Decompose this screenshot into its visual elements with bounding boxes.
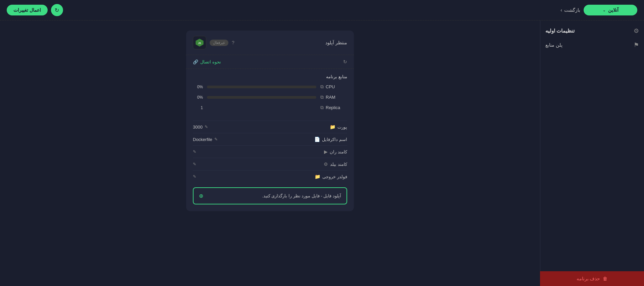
upload-section: آپلود فایل - فایل مورد نظر را بارگذاری ک… (193, 187, 347, 204)
back-button[interactable]: بازگشت › (560, 7, 580, 13)
ram-bar-container (207, 96, 316, 99)
upload-icon: ⊕ (199, 193, 203, 199)
dockerfile-row: اسم داکرفایل 📄 ✎ Dockerfile (193, 133, 347, 145)
port-label-text: پورت (337, 125, 347, 130)
replica-copy-icon[interactable]: ⧉ (320, 105, 324, 110)
build-label: کامند بیلد ⚙ (324, 161, 347, 167)
settings-gear-icon[interactable]: ⚙ (634, 27, 639, 35)
dockerfile-file-icon: 📄 (314, 137, 320, 142)
port-folder-icon: 📁 (330, 124, 335, 130)
main-layout: منتظر آپلود ? غیرفعال JS ↻ (0, 20, 644, 286)
center-content: منتظر آپلود ? غیرفعال JS ↻ (0, 20, 540, 286)
build-edit-icon[interactable]: ✎ (193, 162, 196, 166)
sidebar-plan-label: پلن منابع (545, 42, 562, 48)
delete-program-button[interactable]: 🗑 حذف برنامه (540, 271, 644, 286)
port-value-text: 3000 (193, 125, 203, 130)
port-value: ✎ 3000 (193, 125, 208, 130)
run-value: ✎ (193, 149, 196, 154)
back-arrow-icon: › (560, 7, 562, 13)
card-title: منتظر آپلود (325, 40, 347, 45)
sidebar-settings-row: ⚙ تنظیمات اولیه (545, 27, 639, 35)
svg-text:JS: JS (198, 42, 201, 44)
resources-section: منابع برنامه CPU ⧉ 0% (186, 69, 354, 121)
dockerfile-value-text: Dockerfile (193, 137, 212, 142)
connection-row: ↻ نحوه اتصال 🔗 (186, 55, 354, 69)
top-bar-left: اعمال تغییرات ↻ (7, 4, 63, 16)
dockerfile-label: اسم داکرفایل 📄 (314, 137, 347, 142)
ram-row: RAM ⧉ 0% (193, 94, 347, 100)
right-sidebar: ⚙ تنظیمات اولیه ⚑ پلن منابع (540, 20, 644, 286)
connection-label: نحوه اتصال (200, 59, 221, 64)
apply-changes-button[interactable]: اعمال تغییرات (7, 5, 48, 15)
output-folder-icon: 📁 (315, 174, 320, 179)
dockerfile-label-text: اسم داکرفایل (322, 137, 347, 142)
ram-label: RAM ⧉ (320, 94, 347, 100)
run-play-icon: ▶ (324, 149, 328, 154)
status-label: آنلاین (608, 7, 619, 13)
resources-title: منابع برنامه (193, 74, 347, 79)
replica-row: Replica ⧉ 1 (193, 105, 347, 110)
cpu-value: 0% (193, 85, 203, 89)
cpu-bar-bg (207, 86, 316, 88)
flag-icon: ⚑ (634, 41, 639, 49)
build-value: ✎ (193, 162, 196, 166)
port-row: پورت 📁 ✎ 3000 (193, 121, 347, 133)
run-label: کامند ران ▶ (324, 149, 347, 154)
build-row: کامند بیلد ⚙ ✎ (193, 158, 347, 170)
upload-box[interactable]: آپلود فایل - فایل مورد نظر را بارگذاری ک… (193, 187, 347, 204)
replica-label: Replica ⧉ (320, 105, 347, 110)
sidebar-settings-title: تنظیمات اولیه (545, 28, 575, 34)
top-bar-right: بازگشت › ⌄ آنلاین (560, 5, 637, 15)
cpu-label: CPU ⧉ (320, 84, 347, 90)
main-card: منتظر آپلود ? غیرفعال JS ↻ (186, 31, 354, 211)
sidebar-plan-row: ⚑ پلن منابع (545, 41, 639, 49)
port-edit-icon[interactable]: ✎ (205, 125, 208, 129)
card-header-right: ? غیرفعال JS (193, 36, 234, 49)
refresh-small-icon[interactable]: ↻ (343, 59, 347, 64)
run-edit-icon[interactable]: ✎ (193, 149, 196, 154)
cpu-bar-container (207, 86, 316, 88)
ram-bar-bg (207, 96, 316, 99)
refresh-icon: ↻ (55, 7, 59, 13)
replica-label-text: Replica (326, 105, 340, 110)
link-icon: 🔗 (193, 59, 198, 64)
card-header: منتظر آپلود ? غیرفعال JS (186, 31, 354, 55)
build-settings-icon: ⚙ (324, 161, 328, 167)
upload-text: آپلود فایل - فایل مورد نظر را بارگذاری ک… (262, 193, 341, 198)
help-icon[interactable]: ? (232, 40, 234, 45)
nodejs-icon: JS (193, 36, 206, 49)
port-label: پورت 📁 (330, 124, 347, 130)
chevron-down-icon: ⌄ (603, 8, 605, 12)
trash-icon: 🗑 (603, 276, 607, 281)
ram-value: 0% (193, 95, 203, 100)
status-badge: غیرفعال (210, 40, 228, 46)
build-label-text: کامند بیلد (330, 162, 347, 167)
cpu-row: CPU ⧉ 0% (193, 84, 347, 90)
dockerfile-value: ✎ Dockerfile (193, 137, 218, 142)
cpu-label-text: CPU (326, 84, 335, 89)
fields-section: پورت 📁 ✎ 3000 اسم داکرفایل 📄 ✎ (186, 121, 354, 183)
dockerfile-edit-icon[interactable]: ✎ (214, 137, 218, 142)
back-label: بازگشت (564, 7, 580, 13)
replica-value: 1 (193, 105, 203, 110)
run-label-text: کامند ران (330, 149, 347, 154)
cpu-copy-icon[interactable]: ⧉ (320, 84, 324, 90)
output-label: فولدر خروجی 📁 (315, 174, 347, 179)
ram-label-text: RAM (326, 95, 335, 100)
ram-copy-icon[interactable]: ⧉ (320, 94, 324, 100)
output-edit-icon[interactable]: ✎ (193, 174, 196, 179)
top-bar: اعمال تغییرات ↻ بازگشت › ⌄ آنلاین (0, 0, 644, 20)
output-label-text: فولدر خروجی (322, 174, 347, 179)
output-row: فولدر خروجی 📁 ✎ (193, 170, 347, 183)
connection-link[interactable]: نحوه اتصال 🔗 (193, 59, 221, 64)
delete-label: حذف برنامه (577, 276, 600, 281)
run-row: کامند ران ▶ ✎ (193, 145, 347, 158)
output-value: ✎ (193, 174, 196, 179)
status-button[interactable]: ⌄ آنلاین (584, 5, 637, 15)
refresh-button[interactable]: ↻ (51, 4, 63, 16)
